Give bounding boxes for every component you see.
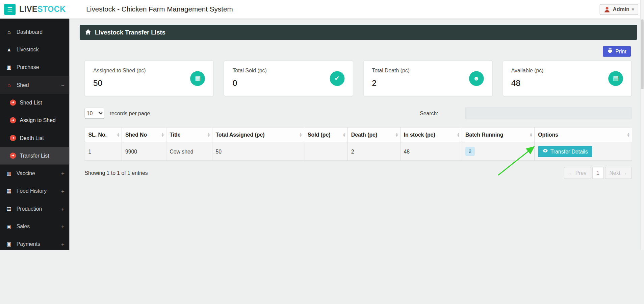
sort-icon: ▴▾: [118, 132, 119, 137]
logo-text-live: LIVE: [19, 5, 37, 14]
print-label: Print: [615, 48, 626, 54]
app-logo: LIVESTOCK: [19, 5, 66, 14]
stat-label: Total Death (pc): [372, 67, 410, 73]
stat-value: 48: [511, 78, 544, 88]
sidebar-item-shed-list[interactable]: ➜ Shed List: [0, 94, 70, 111]
sidebar-item-livestock[interactable]: ▲ Livestock: [0, 41, 70, 58]
sidebar-item-transfer-list[interactable]: ➜ Transfer List: [0, 147, 70, 164]
table-footer: Showing 1 to 1 of 1 entries ← Prev 1 Nex…: [85, 167, 632, 179]
topbar: ☰ LIVESTOCK Livestock - Chicken Farm Man…: [0, 0, 644, 19]
stat-cards: Assigned to Shed (pc) 50 ▦ Total Sold (p…: [85, 61, 632, 96]
batch-running-badge: 2: [465, 147, 475, 156]
logo-text-stock: STOCK: [37, 5, 66, 14]
sidebar-item-label: Dashboard: [17, 29, 43, 35]
eye-icon: [543, 148, 548, 155]
sidebar-item-dashboard[interactable]: ⌂ Dashboard: [0, 23, 70, 41]
app-root: ☰ LIVESTOCK Livestock - Chicken Farm Man…: [0, 0, 644, 250]
sidebar-subitem-label: Shed List: [20, 99, 42, 106]
window-title: Livestock - Chicken Farm Management Syst…: [86, 5, 233, 13]
sidebar-item-shed[interactable]: ⌂ Shed −: [0, 76, 70, 94]
prev-page-button[interactable]: ← Prev: [564, 167, 591, 179]
expand-plus-icon: +: [61, 223, 65, 230]
arrow-circle-icon: ➜: [10, 153, 16, 159]
transfer-table: SL. No.▴▾ Shed No▴▾ Title▴▾ Total Assign…: [85, 127, 632, 161]
sidebar-item-sales[interactable]: ▣ Sales +: [0, 217, 70, 235]
sidebar-item-label: Production: [17, 206, 42, 212]
stat-card-assigned: Assigned to Shed (pc) 50 ▦: [85, 61, 214, 96]
page-size-select[interactable]: 10: [85, 108, 104, 119]
col-batch-running[interactable]: Batch Running▴▾: [462, 127, 535, 142]
next-page-button[interactable]: Next →: [605, 167, 632, 179]
arrow-circle-icon: ➜: [10, 99, 16, 106]
purchase-icon: ▣: [6, 64, 12, 70]
sidebar-item-production[interactable]: ▤ Production +: [0, 200, 70, 217]
sidebar: ⌂ Dashboard ▲ Livestock ▣ Purchase ⌂ She…: [0, 19, 70, 250]
col-title[interactable]: Title▴▾: [166, 127, 212, 142]
admin-dropdown[interactable]: Admin ▾: [600, 4, 638, 15]
scrollbar-thumb[interactable]: [641, 19, 643, 89]
sidebar-item-death-list[interactable]: ➜ Death List: [0, 129, 70, 147]
menu-toggle-button[interactable]: ☰: [4, 3, 16, 15]
col-shed-no[interactable]: Shed No▴▾: [122, 127, 166, 142]
entries-info: Showing 1 to 1 of 1 entries: [85, 170, 148, 176]
sidebar-item-label: Sales: [17, 223, 30, 229]
expand-plus-icon: +: [61, 241, 65, 247]
sort-icon: ▴▾: [162, 132, 163, 137]
sort-icon: ▴▾: [627, 132, 629, 137]
panel-title: Livestock Transfer Lists: [95, 29, 165, 36]
cell-shed-no: 9900: [122, 142, 166, 161]
production-cart-icon: ▤: [6, 206, 12, 212]
payments-icon: ▣: [6, 241, 12, 247]
sidebar-item-payments[interactable]: ▣ Payments +: [0, 235, 70, 250]
col-in-stock[interactable]: In stock (pc)▴▾: [400, 127, 462, 142]
sidebar-item-purchase[interactable]: ▣ Purchase: [0, 59, 70, 76]
panel-header: Livestock Transfer Lists: [80, 25, 637, 40]
scrollbar[interactable]: [640, 0, 644, 250]
stat-value: 0: [233, 78, 267, 88]
cell-total-assigned: 50: [212, 142, 304, 161]
sidebar-item-label: Payments: [17, 241, 40, 247]
search-input[interactable]: [465, 107, 632, 119]
printer-icon: [608, 48, 613, 54]
transfer-details-button[interactable]: Transfer Details: [538, 146, 592, 157]
col-death[interactable]: Death (pc)▴▾: [348, 127, 401, 142]
archive-icon: ▤: [608, 71, 623, 86]
transfer-details-label: Transfer Details: [550, 148, 588, 154]
print-button[interactable]: Print: [603, 46, 631, 57]
sidebar-item-food-history[interactable]: ▦ Food History +: [0, 182, 70, 200]
col-options[interactable]: Options▴▾: [535, 127, 632, 142]
records-per-page-label: records per page: [110, 110, 150, 116]
col-sold[interactable]: Sold (pc)▴▾: [304, 127, 348, 142]
col-total-assigned[interactable]: Total Assigned (pc)▴▾: [212, 127, 304, 142]
sort-icon: ▴▾: [300, 132, 302, 137]
sidebar-subitem-label: Transfer List: [20, 153, 49, 159]
table-header-row: SL. No.▴▾ Shed No▴▾ Title▴▾ Total Assign…: [85, 127, 632, 142]
sidebar-item-label: Purchase: [17, 64, 39, 70]
stat-label: Total Sold (pc): [233, 67, 267, 73]
expand-plus-icon: +: [61, 188, 65, 194]
expand-plus-icon: +: [61, 170, 65, 177]
stat-label: Assigned to Shed (pc): [93, 67, 146, 73]
sidebar-item-label: Shed: [17, 82, 29, 88]
food-history-icon: ▦: [6, 188, 12, 194]
table-row: 1 9900 Cow shed 50 2 48 2: [85, 142, 632, 161]
home-icon: [85, 29, 91, 36]
person-icon: ☻: [469, 71, 484, 86]
cell-batch-running: 2: [462, 142, 535, 161]
pagination: ← Prev 1 Next →: [564, 167, 632, 179]
search-area: Search:: [420, 107, 632, 119]
page-1-button[interactable]: 1: [592, 167, 603, 179]
arrow-circle-icon: ➜: [10, 135, 16, 141]
sort-icon: ▴▾: [396, 132, 397, 137]
shed-home-icon: ⌂: [6, 82, 12, 88]
toolbar: Print: [80, 46, 631, 57]
chevron-down-icon: ▾: [632, 6, 634, 12]
home-icon: ⌂: [6, 29, 12, 35]
user-avatar-icon: [604, 6, 610, 13]
hamburger-icon: ☰: [7, 5, 12, 13]
col-sl-no[interactable]: SL. No.▴▾: [85, 127, 122, 142]
sidebar-item-vaccine[interactable]: ▥ Vaccine +: [0, 164, 70, 182]
stat-label: Available (pc): [511, 67, 544, 73]
sidebar-item-assign-to-shed[interactable]: ➜ Assign to Shed: [0, 112, 70, 129]
sidebar-subitem-label: Assign to Shed: [20, 117, 55, 123]
